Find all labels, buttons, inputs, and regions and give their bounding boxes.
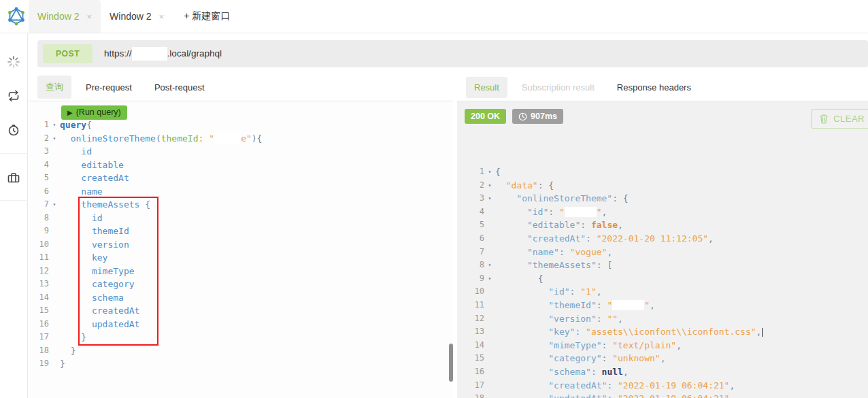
line-number: 12 xyxy=(29,265,49,278)
code-text: } xyxy=(60,331,86,344)
code-text: "data": { xyxy=(495,179,554,193)
fold-arrow-icon[interactable]: ▾ xyxy=(484,179,495,193)
code-line: 7▾ themeAssets { xyxy=(29,198,262,212)
line-number: 18 xyxy=(29,344,49,358)
main-area: POST https://.local/graphql 查询 Pre-reque… xyxy=(29,33,868,398)
clock-small-icon xyxy=(518,112,527,121)
url-input[interactable]: https://.local/graphql xyxy=(104,47,222,61)
tab-pre-request[interactable]: Pre-request xyxy=(78,77,140,98)
http-method-selector[interactable]: POST xyxy=(43,44,93,63)
code-line: 15 createdAt xyxy=(29,304,262,318)
line-number: 5 xyxy=(457,218,484,232)
window-tab-1[interactable]: Window 2 × xyxy=(29,0,101,33)
code-line: 4 editable xyxy=(29,159,262,172)
clear-button[interactable]: CLEAR xyxy=(811,109,868,129)
fold-arrow-icon[interactable]: ▾ xyxy=(484,272,495,286)
code-line: 6 "createdAt": "2022-01-20 11:12:05", xyxy=(457,232,763,246)
url-prefix: https:// xyxy=(104,48,132,59)
fold-spacer xyxy=(484,246,495,259)
line-number: 8 xyxy=(29,212,49,225)
fold-spacer xyxy=(49,251,60,265)
code-text: themeAssets { xyxy=(60,198,150,212)
fold-spacer xyxy=(484,218,495,232)
code-line: 10 version xyxy=(29,238,262,252)
window-tab-2[interactable]: Window 2 × xyxy=(101,0,173,33)
line-number: 16 xyxy=(457,365,484,379)
fold-arrow-icon[interactable]: ▾ xyxy=(484,259,495,272)
fold-spacer xyxy=(49,291,60,305)
line-number: 10 xyxy=(457,285,484,299)
briefcase-icon[interactable] xyxy=(6,171,21,186)
tab-result[interactable]: Result xyxy=(466,77,507,98)
code-text: "editable": false, xyxy=(495,218,623,232)
repeat-icon[interactable] xyxy=(6,88,21,103)
fold-spacer xyxy=(49,357,60,371)
redaction-box xyxy=(565,207,597,217)
line-number: 12 xyxy=(457,312,484,326)
code-text: "category": "unknown", xyxy=(495,352,666,365)
line-number: 11 xyxy=(457,299,484,312)
altair-graphql-logo-icon[interactable] xyxy=(6,6,27,27)
code-line: 9▾ { xyxy=(457,272,763,286)
run-query-button[interactable]: ▶ (Run query) xyxy=(61,105,127,120)
code-text: } xyxy=(60,357,65,371)
fold-arrow-icon[interactable]: ▾ xyxy=(484,165,495,179)
window-tab-bar: Window 2 × Window 2 × + 新建窗口 xyxy=(0,0,868,33)
line-number: 17 xyxy=(29,331,49,344)
code-line: 12 mimeType xyxy=(29,265,262,278)
code-line: 14 "mimeType": "text/plain", xyxy=(457,339,763,352)
play-icon: ▶ xyxy=(67,109,73,116)
fold-arrow-icon[interactable]: ▾ xyxy=(49,198,60,212)
fold-arrow-icon[interactable]: ▾ xyxy=(49,118,60,132)
code-text: createdAt xyxy=(60,171,129,185)
result-toolbar: 200 OK 907ms xyxy=(457,102,868,131)
divider xyxy=(0,200,28,201)
fold-arrow-icon[interactable]: ▾ xyxy=(484,192,495,205)
status-badge: 200 OK xyxy=(465,109,506,124)
tab-response-headers[interactable]: Response headers xyxy=(609,77,699,98)
window-tab-label: Window 2 xyxy=(37,11,79,22)
code-line: 13 category xyxy=(29,278,262,291)
fold-spacer xyxy=(49,331,60,344)
code-text: createdAt xyxy=(60,304,139,318)
time-value: 907ms xyxy=(531,112,557,121)
fold-spacer xyxy=(49,318,60,331)
code-line: 16 updatedAt xyxy=(29,318,262,331)
url-bar: POST https://.local/graphql xyxy=(37,40,868,67)
code-line: 9 themeId xyxy=(29,225,262,238)
line-number: 14 xyxy=(457,339,484,352)
query-editor[interactable]: ▶ (Run query) 1▾query{2▾ onlineStoreThem… xyxy=(29,101,453,398)
code-line: 3 id xyxy=(29,145,262,159)
code-text: version xyxy=(60,238,129,252)
editor-scrollbar[interactable] xyxy=(449,344,453,382)
query-code: 1▾query{2▾ onlineStoreTheme(themeId: " e… xyxy=(29,118,262,371)
clear-label: CLEAR xyxy=(833,114,865,124)
code-line: 7 "name": "vogue", xyxy=(457,246,763,259)
close-tab-icon[interactable]: × xyxy=(86,12,92,22)
code-text: id xyxy=(60,145,92,159)
code-text: key xyxy=(60,251,107,265)
result-code[interactable]: 1▾{2▾ "data": {3▾ "onlineStoreTheme": {4… xyxy=(457,165,763,398)
result-area: 1▾{2▾ "data": {3▾ "onlineStoreTheme": {4… xyxy=(457,101,868,398)
code-text: schema xyxy=(60,291,124,305)
fold-arrow-icon[interactable]: ▾ xyxy=(49,132,60,146)
spinner-icon[interactable] xyxy=(6,54,21,69)
code-text: "themeId": " ", xyxy=(495,299,655,312)
tab-post-request[interactable]: Post-request xyxy=(146,77,213,98)
line-number: 9 xyxy=(29,225,49,238)
query-panel: 查询 Pre-request Post-request ▶ (Run query… xyxy=(29,73,453,398)
tab-subscription-result[interactable]: Subscription result xyxy=(514,77,603,98)
time-badge: 907ms xyxy=(512,109,563,124)
trash-icon xyxy=(819,114,829,124)
tab-query[interactable]: 查询 xyxy=(37,76,71,99)
fold-spacer xyxy=(484,352,495,365)
new-window-button[interactable]: + 新建窗口 xyxy=(184,0,230,33)
line-number: 13 xyxy=(457,325,484,339)
clock-icon[interactable] xyxy=(6,122,21,137)
code-text: "createdAt": "2022-01-19 06:04:21", xyxy=(495,379,735,393)
code-text: name xyxy=(60,185,103,199)
code-line: 2▾ "data": { xyxy=(457,179,763,193)
code-text: updatedAt xyxy=(60,318,139,331)
close-tab-icon[interactable]: × xyxy=(159,12,165,22)
fold-spacer xyxy=(49,212,60,225)
